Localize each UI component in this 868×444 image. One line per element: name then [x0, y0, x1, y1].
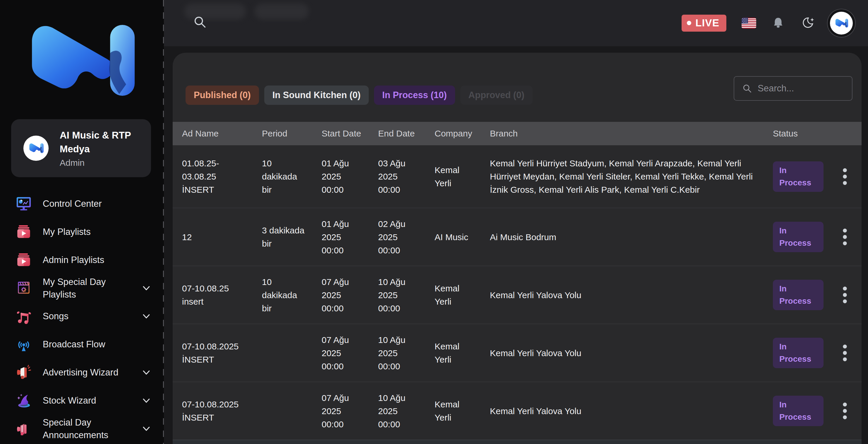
table-row[interactable]: 07-10.08.2025 İNSERT 07 Ağu 2025 00:00 1… — [173, 382, 862, 440]
sidebar-item-songs[interactable]: Songs — [0, 302, 164, 330]
cell-period: 3 dakikada bir — [262, 224, 321, 250]
cell-company: AI Music — [435, 231, 490, 244]
clapperboard-icon — [15, 280, 32, 297]
cell-branch: Kemal Yerli Hürriyet Stadyum, Kemal Yerl… — [490, 157, 773, 196]
cell-start-date: 01 Ağu 2025 00:00 — [321, 217, 378, 257]
sidebar-item-special-day-announcements[interactable]: Special Day Announcements — [0, 415, 164, 443]
cell-company: Kemal Yerli — [435, 340, 490, 366]
cell-ad-name: 07-10.08.2025 İNSERT — [182, 398, 262, 424]
chevron-down-icon — [141, 396, 152, 406]
table-row[interactable]: 07-10.08.25 insert 10 dakikada bir 07 Ağ… — [173, 266, 862, 324]
cell-end-date: 02 Ağu 2025 00:00 — [378, 217, 435, 257]
search-icon[interactable] — [192, 14, 207, 29]
profile-role: Admin — [60, 158, 133, 168]
status-filter-tabs: Published (0) In Sound Kitchen (0) In Pr… — [186, 86, 533, 105]
broadcast-antenna-icon — [15, 336, 32, 353]
cell-period: 10 dakikada bir — [262, 157, 321, 196]
chevron-down-icon — [141, 424, 152, 434]
table-row[interactable]: 01.08.25-03.08.25 İNSERT 10 dakikada bir… — [173, 145, 862, 208]
megaphone-red-icon — [15, 364, 32, 381]
row-menu-kebab-icon[interactable] — [842, 344, 848, 362]
col-period: Period — [262, 128, 321, 139]
theme-moon-icon[interactable] — [800, 16, 815, 30]
live-dot-icon — [687, 21, 691, 25]
chevron-down-icon — [141, 311, 152, 321]
next-row-partial — [173, 440, 862, 444]
cell-start-date: 07 Ağu 2025 00:00 — [321, 333, 378, 373]
cell-status: In Process — [773, 280, 837, 310]
ads-table: Ad Name Period Start Date End Date Compa… — [173, 122, 862, 444]
chevron-down-icon — [141, 367, 152, 378]
account-avatar[interactable] — [830, 12, 853, 35]
col-company: Company — [435, 128, 490, 139]
live-badge: LIVE — [682, 14, 726, 32]
col-ad-name: Ad Name — [182, 128, 262, 139]
tab-published[interactable]: Published (0) — [186, 86, 259, 105]
table-row[interactable]: 07-10.08.2025 İNSERT 07 Ağu 2025 00:00 1… — [173, 324, 862, 382]
cell-end-date: 10 Ağu 2025 00:00 — [378, 391, 435, 431]
cell-period: 10 dakikada bir — [262, 275, 321, 315]
cell-branch: Kemal Yerli Yalova Yolu — [490, 347, 773, 360]
cell-status: In Process — [773, 396, 837, 426]
cell-ad-name: 07-10.08.25 insert — [182, 282, 262, 308]
profile-name: AI Music & RTP Medya — [60, 128, 133, 156]
sidebar-item-control-center[interactable]: Control Center — [0, 190, 164, 218]
status-badge: In Process — [773, 222, 824, 252]
cell-status: In Process — [773, 338, 837, 368]
col-start-date: Start Date — [321, 128, 378, 139]
notifications-bell-icon[interactable] — [771, 16, 785, 30]
app-root: AI Music & RTP Medya Admin Control Cente… — [0, 0, 868, 444]
cell-start-date: 01 Ağu 2025 00:00 — [321, 157, 378, 196]
language-us-flag-icon[interactable] — [742, 18, 756, 29]
sidebar-item-advertising-wizard[interactable]: Advertising Wizard — [0, 358, 164, 387]
status-badge: In Process — [773, 338, 824, 368]
cell-start-date: 07 Ağu 2025 00:00 — [321, 391, 378, 431]
profile-avatar — [23, 136, 49, 161]
row-menu-kebab-icon[interactable] — [842, 286, 848, 304]
topbar: LIVE — [164, 0, 868, 46]
row-menu-kebab-icon[interactable] — [842, 402, 848, 420]
cell-ad-name: 12 — [182, 231, 262, 244]
ghost-tab-blur — [255, 3, 309, 19]
cell-branch: Kemal Yerli Yalova Yolu — [490, 289, 773, 302]
col-status: Status — [773, 128, 837, 139]
sidebar-item-broadcast-flow[interactable]: Broadcast Flow — [0, 330, 164, 358]
cell-end-date: 10 Ağu 2025 00:00 — [378, 275, 435, 315]
main-area: LIVE Published (0) I — [164, 0, 868, 444]
table-header-row: Ad Name Period Start Date End Date Compa… — [173, 122, 862, 145]
table-row[interactable]: 12 3 dakikada bir 01 Ağu 2025 00:00 02 A… — [173, 208, 862, 266]
playlist-play-icon — [15, 224, 32, 240]
cell-company: Kemal Yerli — [435, 282, 490, 308]
profile-card: AI Music & RTP Medya Admin — [11, 119, 151, 177]
sidebar-item-stock-wizard[interactable]: Stock Wizard — [0, 387, 164, 415]
sidebar-item-admin-playlists[interactable]: Admin Playlists — [0, 246, 164, 274]
sidebar-menu: Control Center My Playlists Admin Playli… — [0, 190, 164, 443]
cell-status: In Process — [773, 222, 837, 252]
tab-in-process[interactable]: In Process (10) — [374, 86, 455, 105]
col-branch: Branch — [490, 128, 773, 139]
tab-in-sound-kitchen[interactable]: In Sound Kitchen (0) — [264, 86, 369, 105]
status-badge: In Process — [773, 396, 824, 426]
megaphone-pink-icon — [15, 420, 32, 437]
search-icon — [742, 83, 752, 94]
music-notes-icon — [15, 308, 32, 325]
col-end-date: End Date — [378, 128, 435, 139]
row-menu-kebab-icon[interactable] — [842, 228, 848, 246]
table-search — [734, 76, 852, 101]
row-menu-kebab-icon[interactable] — [842, 167, 848, 186]
cell-start-date: 07 Ağu 2025 00:00 — [321, 275, 378, 315]
sidebar-item-my-playlists[interactable]: My Playlists — [0, 218, 164, 246]
search-input[interactable] — [758, 83, 844, 94]
cell-company: Kemal Yerli — [435, 398, 490, 424]
app-logo-icon — [23, 17, 137, 104]
monitor-chart-icon — [15, 195, 32, 212]
cell-ad-name: 07-10.08.2025 İNSERT — [182, 340, 262, 366]
cell-ad-name: 01.08.25-03.08.25 İNSERT — [182, 157, 262, 196]
cell-end-date: 03 Ağu 2025 00:00 — [378, 157, 435, 196]
sidebar-item-my-special-day-playlists[interactable]: My Special Day Playlists — [0, 274, 164, 302]
status-badge: In Process — [773, 280, 824, 310]
cell-branch: Kemal Yerli Yalova Yolu — [490, 405, 773, 418]
cell-end-date: 10 Ağu 2025 00:00 — [378, 333, 435, 373]
tab-approved[interactable]: Approved (0) — [460, 86, 533, 105]
chevron-down-icon — [141, 283, 152, 293]
